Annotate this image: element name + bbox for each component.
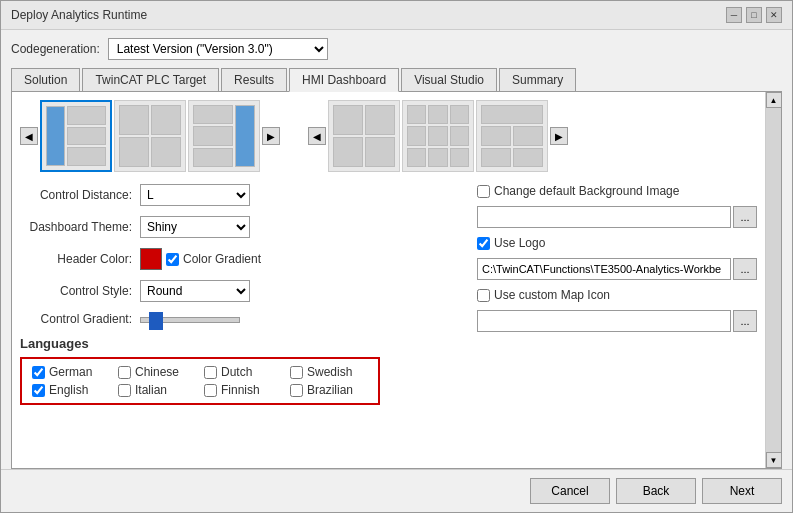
dashboard-theme-select[interactable]: Shiny bbox=[140, 216, 250, 238]
layout-thumb-1[interactable] bbox=[40, 100, 112, 172]
layout-thumb-6[interactable] bbox=[476, 100, 548, 172]
next-layout-button-2[interactable]: ▶ bbox=[550, 127, 568, 145]
custom-map-row: Use custom Map Icon bbox=[477, 288, 757, 302]
use-logo-row: Use Logo bbox=[477, 236, 757, 250]
lang-finnish-checkbox[interactable] bbox=[204, 384, 217, 397]
lang-finnish[interactable]: Finnish bbox=[204, 383, 282, 397]
tab-summary[interactable]: Summary bbox=[499, 68, 576, 91]
bottom-bar: Cancel Back Next bbox=[1, 469, 792, 512]
control-style-select[interactable]: Round bbox=[140, 280, 250, 302]
scrollbar: ▲ ▼ bbox=[765, 92, 781, 468]
lang-italian-label: Italian bbox=[135, 383, 167, 397]
scroll-down-button[interactable]: ▼ bbox=[766, 452, 782, 468]
layout-thumb-5[interactable] bbox=[402, 100, 474, 172]
main-area: ◀ bbox=[12, 92, 765, 468]
settings-left: Control Distance: L Dashboard Theme: Shi… bbox=[20, 184, 461, 460]
custom-map-path-row: ... bbox=[477, 310, 757, 332]
header-color-label: Header Color: bbox=[20, 252, 140, 266]
lang-german[interactable]: German bbox=[32, 365, 110, 379]
layout-thumb-4[interactable] bbox=[328, 100, 400, 172]
lang-english[interactable]: English bbox=[32, 383, 110, 397]
layout-thumbnails-top: ◀ bbox=[20, 100, 757, 172]
change-bg-checkbox-label[interactable]: Change default Background Image bbox=[477, 184, 679, 198]
lang-brazilian-label: Brazilian bbox=[307, 383, 353, 397]
lang-german-checkbox[interactable] bbox=[32, 366, 45, 379]
minimize-button[interactable]: ─ bbox=[726, 7, 742, 23]
languages-grid: German Chinese Dutch bbox=[20, 357, 380, 405]
settings-right: Change default Background Image ... bbox=[477, 184, 757, 460]
lang-chinese-checkbox[interactable] bbox=[118, 366, 131, 379]
close-button[interactable]: ✕ bbox=[766, 7, 782, 23]
change-bg-row: Change default Background Image bbox=[477, 184, 757, 198]
lang-swedish-label: Swedish bbox=[307, 365, 352, 379]
tab-results[interactable]: Results bbox=[221, 68, 287, 91]
codegen-row: Codegeneration: Latest Version ("Version… bbox=[11, 38, 782, 60]
logo-path-row: ... bbox=[477, 258, 757, 280]
change-bg-checkbox[interactable] bbox=[477, 185, 490, 198]
next-layout-button[interactable]: ▶ bbox=[262, 127, 280, 145]
codegen-select[interactable]: Latest Version ("Version 3.0") bbox=[108, 38, 328, 60]
prev-layout-button[interactable]: ◀ bbox=[20, 127, 38, 145]
lang-brazilian-checkbox[interactable] bbox=[290, 384, 303, 397]
header-color-row: Header Color: Color Gradient bbox=[20, 248, 461, 270]
lang-brazilian[interactable]: Brazilian bbox=[290, 383, 368, 397]
custom-map-path-input[interactable] bbox=[477, 310, 731, 332]
cancel-button[interactable]: Cancel bbox=[530, 478, 610, 504]
tab-hmi-dashboard[interactable]: HMI Dashboard bbox=[289, 68, 399, 92]
browse-bg-button[interactable]: ... bbox=[733, 206, 757, 228]
control-gradient-slider[interactable] bbox=[140, 317, 240, 323]
bg-path-input[interactable] bbox=[477, 206, 731, 228]
dashboard-theme-label: Dashboard Theme: bbox=[20, 220, 140, 234]
use-custom-map-checkbox[interactable] bbox=[477, 289, 490, 302]
use-custom-map-label: Use custom Map Icon bbox=[494, 288, 610, 302]
maximize-button[interactable]: □ bbox=[746, 7, 762, 23]
tab-visual-studio[interactable]: Visual Studio bbox=[401, 68, 497, 91]
change-bg-label: Change default Background Image bbox=[494, 184, 679, 198]
next-button[interactable]: Next bbox=[702, 478, 782, 504]
lang-swedish-checkbox[interactable] bbox=[290, 366, 303, 379]
control-distance-row: Control Distance: L bbox=[20, 184, 461, 206]
title-bar-controls: ─ □ ✕ bbox=[726, 7, 782, 23]
lang-finnish-label: Finnish bbox=[221, 383, 260, 397]
tab-bar: Solution TwinCAT PLC Target Results HMI … bbox=[11, 68, 782, 92]
lang-italian-checkbox[interactable] bbox=[118, 384, 131, 397]
browse-map-button[interactable]: ... bbox=[733, 310, 757, 332]
tab-twincat-plc[interactable]: TwinCAT PLC Target bbox=[82, 68, 219, 91]
use-custom-map-checkbox-label[interactable]: Use custom Map Icon bbox=[477, 288, 610, 302]
use-logo-checkbox-label[interactable]: Use Logo bbox=[477, 236, 545, 250]
control-distance-select[interactable]: L bbox=[140, 184, 250, 206]
title-bar: Deploy Analytics Runtime ─ □ ✕ bbox=[1, 1, 792, 30]
layout-thumb-3[interactable] bbox=[188, 100, 260, 172]
header-color-swatch[interactable] bbox=[140, 248, 162, 270]
lang-chinese[interactable]: Chinese bbox=[118, 365, 196, 379]
control-gradient-row: Control Gradient: bbox=[20, 312, 461, 326]
lang-swedish[interactable]: Swedish bbox=[290, 365, 368, 379]
layout-thumb-2[interactable] bbox=[114, 100, 186, 172]
lang-dutch-label: Dutch bbox=[221, 365, 252, 379]
color-gradient-checkbox-label[interactable]: Color Gradient bbox=[166, 252, 261, 266]
lang-italian[interactable]: Italian bbox=[118, 383, 196, 397]
color-gradient-label: Color Gradient bbox=[183, 252, 261, 266]
back-button[interactable]: Back bbox=[616, 478, 696, 504]
scroll-up-button[interactable]: ▲ bbox=[766, 92, 782, 108]
prev-layout-button-2[interactable]: ◀ bbox=[308, 127, 326, 145]
languages-title: Languages bbox=[20, 336, 461, 351]
tab-content-area: ◀ bbox=[11, 92, 782, 469]
slider-thumb[interactable] bbox=[149, 312, 163, 330]
use-logo-label: Use Logo bbox=[494, 236, 545, 250]
scroll-track[interactable] bbox=[766, 108, 782, 452]
control-gradient-label: Control Gradient: bbox=[20, 312, 140, 326]
tab-inner: ◀ bbox=[12, 92, 781, 468]
use-logo-checkbox[interactable] bbox=[477, 237, 490, 250]
languages-section: Languages German Chinese bbox=[20, 336, 461, 405]
lang-english-checkbox[interactable] bbox=[32, 384, 45, 397]
settings-area: Control Distance: L Dashboard Theme: Shi… bbox=[20, 184, 757, 460]
lang-dutch[interactable]: Dutch bbox=[204, 365, 282, 379]
tab-solution[interactable]: Solution bbox=[11, 68, 80, 91]
bg-path-row: ... bbox=[477, 206, 757, 228]
color-gradient-checkbox[interactable] bbox=[166, 253, 179, 266]
logo-path-input[interactable] bbox=[477, 258, 731, 280]
lang-chinese-label: Chinese bbox=[135, 365, 179, 379]
browse-logo-button[interactable]: ... bbox=[733, 258, 757, 280]
lang-dutch-checkbox[interactable] bbox=[204, 366, 217, 379]
